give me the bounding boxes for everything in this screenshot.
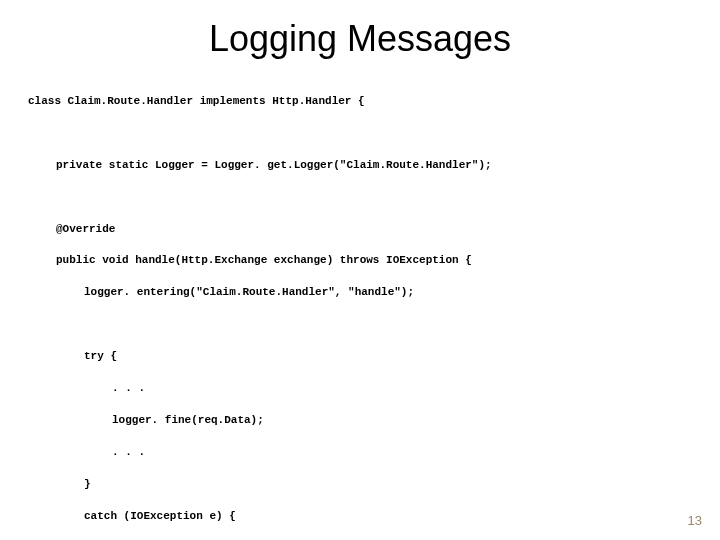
code-line: public void handle(Http.Exchange exchang…: [28, 253, 720, 269]
code-line: catch (IOException e) {: [28, 509, 720, 525]
code-line: . . .: [28, 381, 720, 397]
code-block: class Claim.Route.Handler implements Htt…: [0, 78, 720, 540]
code-line: logger. entering("Claim.Route.Handler", …: [28, 285, 720, 301]
code-line: . . .: [28, 445, 720, 461]
code-line: @Override: [28, 222, 720, 238]
page-number: 13: [688, 513, 702, 528]
code-line: class Claim.Route.Handler implements Htt…: [28, 94, 720, 110]
code-line: private static Logger = Logger. get.Logg…: [28, 158, 720, 174]
code-line: logger. fine(req.Data);: [28, 413, 720, 429]
code-line: try {: [28, 349, 720, 365]
page-title: Logging Messages: [0, 0, 720, 78]
code-line: }: [28, 477, 720, 493]
